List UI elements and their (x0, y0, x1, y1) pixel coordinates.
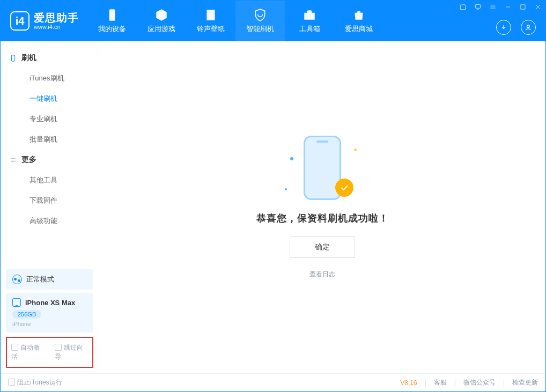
refresh-shield-icon (253, 8, 267, 22)
sidebar-item-firmware[interactable]: 下载固件 (1, 190, 99, 211)
bag-icon (352, 8, 366, 22)
checkbox-icon[interactable] (8, 379, 15, 386)
nav-flash[interactable]: 智能刷机 (235, 1, 285, 41)
sidebar-item-batch[interactable]: 批量刷机 (1, 129, 99, 150)
sidebar-item-advanced[interactable]: 高级功能 (1, 211, 99, 231)
device-capacity: 256GB (12, 310, 41, 319)
sidebar-section-flash-label: 刷机 (21, 53, 36, 63)
nav-apps-label: 应用游戏 (147, 24, 175, 34)
app-subtitle: www.i4.cn (34, 24, 79, 30)
sidebar-item-oneclick[interactable]: 一键刷机 (1, 88, 99, 109)
sidebar-item-other[interactable]: 其他工具 (1, 170, 99, 190)
note-icon (204, 8, 218, 22)
mode-icon (12, 275, 22, 284)
nav-apps[interactable]: 应用游戏 (137, 1, 186, 41)
update-link[interactable]: 检查更新 (512, 378, 538, 387)
header-actions (496, 20, 536, 35)
window-controls (459, 3, 542, 11)
minimize-button[interactable] (504, 3, 512, 11)
phone-outline-icon (9, 54, 17, 62)
svg-point-3 (527, 25, 530, 28)
app-title: 爱思助手 (34, 12, 79, 24)
user-icon[interactable] (521, 20, 536, 35)
mode-card[interactable]: 正常模式 (6, 269, 93, 290)
list-icon (9, 156, 17, 164)
sidebar-item-itunes[interactable]: iTunes刷机 (1, 68, 99, 88)
nav-store[interactable]: 爱思商城 (334, 1, 383, 41)
app-header: i4 爱思助手 www.i4.cn 我的设备 应用游戏 铃声壁纸 智能刷机 工具… (1, 1, 545, 41)
sidebar: 刷机 iTunes刷机 一键刷机 专业刷机 批量刷机 更多 其他工具 下载固件 … (1, 41, 99, 373)
svg-rect-0 (109, 9, 115, 21)
cube-icon (154, 8, 168, 22)
version-label: V8.16 (400, 379, 417, 387)
nav-media[interactable]: 铃声壁纸 (186, 1, 235, 41)
download-icon[interactable] (496, 20, 511, 35)
checkbox-icon[interactable] (11, 344, 18, 351)
svg-rect-2 (521, 5, 525, 9)
success-illustration (285, 136, 360, 200)
sidebar-section-more: 更多 (1, 150, 99, 170)
svg-rect-1 (475, 4, 480, 8)
device-card[interactable]: iPhone XS Max 256GB iPhone (6, 293, 93, 332)
nav-device-label: 我的设备 (98, 24, 126, 34)
skin-icon[interactable] (459, 3, 467, 11)
device-phone-icon (12, 298, 21, 307)
skip-guide-option[interactable]: 跳过向导 (55, 343, 88, 361)
auto-activate-option[interactable]: 自动激活 (11, 343, 45, 361)
maximize-button[interactable] (519, 3, 527, 11)
success-message: 恭喜您，保资料刷机成功啦！ (256, 212, 389, 225)
sidebar-section-more-label: 更多 (21, 155, 36, 165)
device-type: iPhone (12, 321, 87, 327)
nav-device[interactable]: 我的设备 (87, 1, 137, 41)
nav-flash-label: 智能刷机 (246, 24, 274, 34)
highlighted-options: 自动激活 跳过向导 (6, 337, 93, 368)
logo: i4 爱思助手 www.i4.cn (1, 1, 87, 41)
phone-icon (105, 8, 119, 22)
feedback-icon[interactable] (474, 3, 482, 11)
logo-icon: i4 (10, 11, 29, 31)
device-name: iPhone XS Max (25, 299, 75, 307)
toolbox-icon (302, 8, 316, 22)
sidebar-item-pro[interactable]: 专业刷机 (1, 109, 99, 129)
nav-tools[interactable]: 工具箱 (285, 1, 334, 41)
nav-tools-label: 工具箱 (299, 24, 320, 34)
block-itunes-label: 阻止iTunes运行 (17, 379, 62, 386)
ok-button[interactable]: 确定 (290, 236, 355, 258)
mode-label: 正常模式 (26, 275, 54, 284)
support-link[interactable]: 客服 (434, 378, 447, 387)
check-badge-icon (335, 179, 353, 197)
checkbox-icon[interactable] (55, 344, 62, 351)
menu-icon[interactable] (489, 3, 497, 11)
view-log-link[interactable]: 查看日志 (309, 270, 335, 279)
status-bar: 阻止iTunes运行 V8.16 | 客服 | 微信公众号 | 检查更新 (1, 373, 545, 391)
close-button[interactable] (534, 3, 542, 11)
block-itunes-option[interactable]: 阻止iTunes运行 (8, 378, 62, 387)
nav-media-label: 铃声壁纸 (197, 24, 225, 34)
main-content: 恭喜您，保资料刷机成功啦！ 确定 查看日志 (99, 41, 545, 373)
top-nav: 我的设备 应用游戏 铃声壁纸 智能刷机 工具箱 爱思商城 (87, 1, 383, 41)
svg-rect-4 (11, 55, 14, 61)
nav-store-label: 爱思商城 (345, 24, 373, 34)
sidebar-section-flash: 刷机 (1, 48, 99, 68)
wechat-link[interactable]: 微信公众号 (463, 378, 496, 387)
